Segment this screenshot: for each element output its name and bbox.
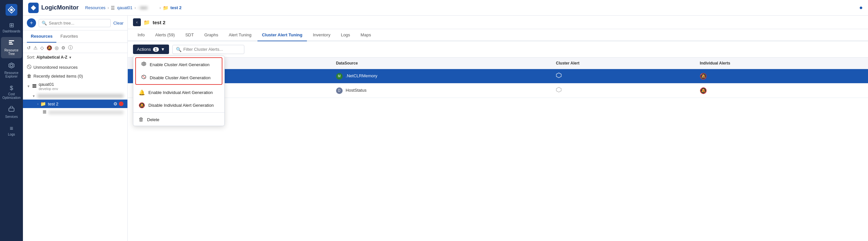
nav-item-resource-explorer[interactable]: Resource Explorer [1,60,22,81]
dropdown-item-enable-individual[interactable]: 🔔 Enable Individual Alert Generation [133,86,224,99]
svg-marker-8 [31,5,36,10]
top-header: LogicMonitor Resources › ☰ qauat01 › - t… [23,0,868,16]
tab-resources[interactable]: Resources [27,30,56,42]
collapse-button[interactable]: ‹ [133,18,141,26]
dropdown-arrow-icon: ▼ [161,47,165,52]
svg-rect-11 [32,84,36,85]
table-wrap: Datapoint DataSource Cluster Alert Indiv… [128,58,868,241]
dropdown-item-disable-cluster[interactable]: Disable Cluster Alert Generation [136,71,222,84]
nav-item-resource-tree[interactable]: Resource Tree [1,37,22,58]
search-input-wrap: 🔍 [39,19,111,27]
unmonitored-icon [27,64,31,70]
tree-item-label: qauat01 [39,82,58,87]
svg-rect-4 [9,43,13,44]
tree-item-sub[interactable] [23,108,127,117]
svg-line-10 [28,65,30,68]
panel-title: test 2 [153,20,165,25]
tab-inventory[interactable]: Inventory [308,29,335,41]
dropdown-item-label: Disable Cluster Alert Generation [150,75,211,80]
dropdown-item-disable-individual[interactable]: 🔕 Disable Individual Alert Generation [133,99,224,112]
cluster-alert-icon[interactable] [556,72,562,80]
tab-logs[interactable]: Logs [336,29,355,41]
server-list-icon [42,110,46,115]
tree-content: Unmonitored resources 🗑 Recently deleted… [23,62,127,241]
cluster-alerts-table: Datapoint DataSource Cluster Alert Indiv… [128,58,868,98]
gear-icon[interactable]: ⚙ [61,45,65,51]
breadcrumb-qauat01[interactable]: qauat01 [117,5,132,10]
main-area: LogicMonitor Resources › ☰ qauat01 › - t… [23,0,868,241]
tab-maps[interactable]: Maps [356,29,376,41]
dropdown-item-enable-cluster[interactable]: Enable Cluster Alert Generation [136,58,222,71]
breadcrumb-folder-icon: 📁 [163,5,168,10]
left-navigation: ⊞ Dashboards Resource Tree Resource Expl… [0,0,23,241]
clear-button[interactable]: Clear [113,21,123,26]
settings-icon[interactable]: ⚙ [113,101,118,107]
smiley-icon[interactable]: ◎ [55,45,59,51]
logo-area: LogicMonitor [28,3,79,13]
tab-info[interactable]: Info [133,29,149,41]
tree-item-label: Unmonitored resources [33,65,123,70]
datasource-icon: M [336,73,343,80]
cell-cluster-alert [551,69,694,84]
tree-item-qauat01[interactable]: ▼ qauat01 develop env [23,80,127,92]
svg-rect-3 [9,42,12,43]
actions-dropdown-menu: Enable Cluster Alert Generation Disable … [133,56,225,126]
nav-item-cost-optimization[interactable]: $ Cost Optimization [1,82,22,102]
individual-alert-icon[interactable]: 🔕 [700,73,707,80]
add-button[interactable]: + [27,18,36,28]
panel-header: ‹ 📁 test 2 [128,16,868,29]
actions-button[interactable]: Actions 1 ▼ [133,44,169,54]
refresh-icon[interactable]: ↺ [27,45,31,51]
tab-graphs[interactable]: Graphs [200,29,223,41]
tree-item-actions: ⚙ [113,101,123,107]
cell-datasource: D HostStatus [331,84,551,98]
resource-tree-icon [8,40,15,48]
sort-dropdown[interactable]: Alphabetical A-Z [36,55,67,60]
services-icon [8,106,15,114]
dashboards-icon: ⊞ [9,22,14,29]
table-row: idleInterval D HostStatus [128,84,868,98]
tab-alerts[interactable]: Alerts (59) [151,29,180,41]
nav-item-dashboards[interactable]: ⊞ Dashboards [1,19,22,36]
sort-chevron-icon: ▼ [69,56,72,59]
cluster-alert-icon[interactable] [556,87,562,94]
search-input[interactable] [49,21,108,26]
individual-alert-icon[interactable]: 🔕 [700,87,707,94]
cost-optimization-icon: $ [10,85,13,92]
nav-item-services[interactable]: Services [1,103,22,121]
bell-off-icon[interactable]: 🔕 [46,45,52,51]
svg-rect-12 [32,86,36,86]
tab-sdt[interactable]: SDT [181,29,198,41]
tree-item-deleted[interactable]: 🗑 Recently deleted items (0) [23,72,127,80]
info-icon[interactable]: ⓘ [68,45,73,51]
dropdown-item-label: Delete [147,117,159,122]
tab-alert-tuning[interactable]: Alert Tuning [224,29,256,41]
tab-favorites[interactable]: Favorites [56,30,82,42]
warning-icon[interactable]: ⚠ [33,45,38,51]
server-list-icon [32,84,37,89]
dropdown-item-label: Disable Individual Alert Generation [148,103,214,108]
actions-badge: 1 [153,47,159,52]
tree-item-test2[interactable]: › 📁 test 2 ⚙ [23,99,127,108]
tab-cluster-alert-tuning[interactable]: Cluster Alert Tuning [257,29,307,41]
tree-item-blurred[interactable]: ▼ [23,92,127,99]
notification-icon[interactable]: ● [859,4,863,11]
filter-input[interactable] [183,47,239,52]
sort-bar: Sort: Alphabetical A-Z ▼ [23,53,127,62]
sidebar-actions: ↺ ⚠ ◇ 🔕 ◎ ⚙ ⓘ [23,43,127,53]
sidebar: + 🔍 Clear Resources Favorites ↺ ⚠ ◇ 🔕 ◎ … [23,16,128,241]
tree-item-label [37,94,123,98]
folder-icon: 📁 [40,101,46,107]
breadcrumb-blurred: - test [138,5,158,10]
trash-icon: 🗑 [27,73,31,79]
nav-item-logs[interactable]: ≡ Logs [1,122,22,139]
tree-item-unmonitored[interactable]: Unmonitored resources [23,63,127,72]
col-cluster-alert: Cluster Alert [551,58,694,69]
dropdown-item-delete[interactable]: 🗑 Delete [133,113,224,126]
breadcrumb-resources[interactable]: Resources [85,5,105,10]
svg-rect-15 [43,112,46,113]
resource-explorer-icon [8,62,15,70]
svg-rect-2 [9,40,14,41]
panel-toolbar: Actions 1 ▼ 🔍 [128,41,868,58]
tag-icon[interactable]: ◇ [40,45,44,51]
